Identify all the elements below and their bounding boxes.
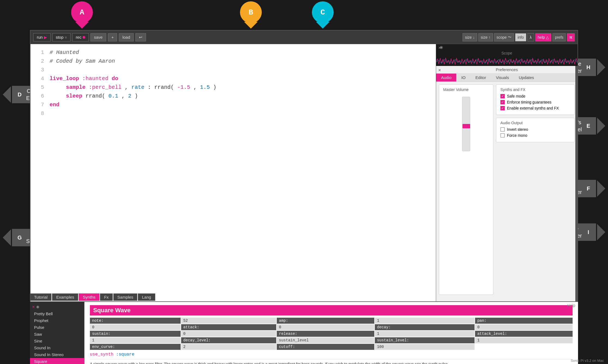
waveform-svg xyxy=(436,56,577,67)
code-line-7: 7 end xyxy=(36,101,430,109)
line-number-8: 8 xyxy=(36,109,44,118)
volume-thumb[interactable] xyxy=(463,124,470,128)
help-item-saw[interactable]: Saw xyxy=(30,331,84,338)
add-buffer-button[interactable]: + xyxy=(108,33,117,41)
stop-button[interactable]: stop ■ xyxy=(52,33,71,41)
help-sidebar: ✕ ◉ Pretty Bell Prophet Pulse Saw Sine S… xyxy=(30,302,84,364)
size-increase-button[interactable]: size ↑ xyxy=(478,33,493,41)
tab-tutorial[interactable]: Tutorial xyxy=(30,293,51,301)
invert-stereo-checkbox[interactable] xyxy=(500,127,505,132)
play-controls-badge: A xyxy=(71,1,93,23)
param-amp-label: amp: xyxy=(277,318,374,324)
external-synths-row: ✓ Enable external synths and FX xyxy=(500,106,570,110)
help-item-square[interactable]: Square xyxy=(30,358,84,364)
timing-guarantees-row: ✓ Enforce timing guarantees xyxy=(500,100,570,104)
back-button[interactable]: ↩ xyxy=(135,33,146,41)
scope-close-button[interactable]: ✕ xyxy=(438,45,441,50)
volume-slider[interactable] xyxy=(462,97,470,151)
prefs-tab-editor[interactable]: Editor xyxy=(470,74,491,81)
tab-synths[interactable]: Synths xyxy=(79,293,99,301)
invert-stereo-label: Invert stereo xyxy=(507,127,528,132)
save-button[interactable]: save xyxy=(90,33,106,41)
prefs-close-button[interactable]: ✕ xyxy=(438,67,441,73)
help-description: A simple square wave with a low pass fil… xyxy=(90,362,573,364)
param-attacklevel-value: 1 xyxy=(90,337,181,343)
toolbar-right: size ↓ size ↑ scope 〜 info λ help △ xyxy=(463,33,575,41)
param-release-value: 1 xyxy=(375,331,475,337)
help-main-title: Square Wave xyxy=(90,305,573,316)
help-code-line: use_synth :square xyxy=(90,352,573,357)
line-number-4: 4 xyxy=(36,74,44,83)
help-item-pulse[interactable]: Pulse xyxy=(30,324,84,331)
prefs-title: Preferences xyxy=(436,66,577,74)
prefs-tabs: Audio IO Editor Visuals Updates xyxy=(436,74,577,82)
tab-examples[interactable]: Examples xyxy=(52,293,78,301)
code-line-4: 4 live_loop :haunted do xyxy=(36,74,430,83)
prefs-tab-io[interactable]: IO xyxy=(456,74,470,81)
pi-button[interactable]: π xyxy=(567,33,575,41)
tab-lang[interactable]: Lang xyxy=(138,293,155,301)
external-synths-label: Enable external synths and FX xyxy=(507,106,559,110)
help-item-prophet[interactable]: Prophet xyxy=(30,317,84,324)
safe-mode-checkbox[interactable]: ✓ xyxy=(500,94,505,98)
timing-guarantees-label: Enforce timing guarantees xyxy=(507,100,551,104)
prefs-button[interactable]: prefs xyxy=(552,33,566,41)
code-line-6: 6 sleep rrand( 0.1 , 2 ) xyxy=(36,92,430,101)
wave-icon: 〜 xyxy=(508,35,512,40)
force-mono-checkbox[interactable] xyxy=(500,133,505,138)
main-toolbar: run ▶ stop ■ rec save + load ↩ size ↓ xyxy=(31,31,577,44)
audio-output-title: Audio Output xyxy=(500,121,570,125)
param-sustainlevel-label: sustain_level: xyxy=(375,337,475,343)
audio-output-section: Audio Output Invert stereo Force mono xyxy=(496,118,575,142)
code-comment-2: # Coded by Sam Aaron xyxy=(50,57,115,66)
param-sustainlevel-value: 1 xyxy=(475,337,573,343)
code-line-1: 1 # Haunted xyxy=(36,48,430,57)
help-item-prettybell[interactable]: Pretty Bell xyxy=(30,310,84,317)
param-amp-value: 1 xyxy=(375,318,475,324)
line-number-7: 7 xyxy=(36,101,44,109)
code-line-3: 3 xyxy=(36,66,430,74)
size-decrease-button[interactable]: size ↓ xyxy=(463,33,477,41)
help-minimize-button[interactable]: ◉ xyxy=(37,304,39,310)
stop-icon: ■ xyxy=(65,35,67,40)
external-synths-checkbox[interactable]: ✓ xyxy=(500,106,505,110)
lambda-button[interactable]: λ xyxy=(527,33,534,41)
version-text: Sonic Pi v3.2 on Mac xyxy=(571,359,604,363)
param-attack-value: 0 xyxy=(277,324,374,330)
help-content: Help Square Wave note: 52 amp: 1 pan: 0 … xyxy=(84,302,578,364)
line-number-1: 1 xyxy=(36,48,44,57)
help-close-button[interactable]: ✕ xyxy=(32,304,35,310)
prefs-tab-audio[interactable]: Audio xyxy=(436,74,456,81)
code-line-5: 5 sample :perc_bell , rate : rrand( -1.5… xyxy=(36,83,430,92)
param-cutoff-label: cutoff: xyxy=(277,344,374,350)
prefs-tab-updates[interactable]: Updates xyxy=(514,74,539,81)
help-button[interactable]: help △ xyxy=(535,33,551,41)
prefs-panel: ✕ Preferences Audio IO Editor Visuals Up… xyxy=(436,66,577,304)
timing-guarantees-checkbox[interactable]: ✓ xyxy=(500,100,505,104)
help-item-sine[interactable]: Sine xyxy=(30,338,84,344)
synths-fx-title: Synths and FX xyxy=(500,87,570,92)
tab-samples[interactable]: Samples xyxy=(113,293,137,301)
help-item-soundinstereo[interactable]: Sound In Stereo xyxy=(30,351,84,358)
invert-stereo-row: Invert stereo xyxy=(500,127,570,132)
param-note-label: note: xyxy=(90,318,181,324)
param-note-value: 52 xyxy=(181,318,276,324)
info-button[interactable]: info xyxy=(515,33,526,41)
synths-fx-section: Synths and FX ✓ Safe mode ✓ Enforce timi… xyxy=(496,84,575,115)
tab-fx[interactable]: Fx xyxy=(100,293,113,301)
prefs-tab-visuals[interactable]: Visuals xyxy=(491,74,514,81)
scope-button[interactable]: scope 〜 xyxy=(494,33,514,41)
master-volume-label: Master Volume xyxy=(443,87,489,92)
help-params-grid: note: 52 amp: 1 pan: 0 attack: 0 decay: … xyxy=(90,318,573,350)
run-label: run xyxy=(37,35,43,40)
run-button[interactable]: run ▶ xyxy=(33,33,51,41)
help-item-soundin[interactable]: Sound In xyxy=(30,344,84,351)
prefs-scrollbar[interactable] xyxy=(575,66,577,304)
prefs-content: Master Volume Synths and FX ✓ S xyxy=(436,82,577,298)
rec-button[interactable]: rec xyxy=(72,33,89,41)
load-button[interactable]: load xyxy=(119,33,133,41)
help-system-panel: ✕ ◉ Pretty Bell Prophet Pulse Saw Sine S… xyxy=(30,301,578,364)
force-mono-label: Force mono xyxy=(507,133,527,138)
safe-mode-label: Safe mode xyxy=(507,94,525,98)
line-number-5: 5 xyxy=(36,83,44,92)
